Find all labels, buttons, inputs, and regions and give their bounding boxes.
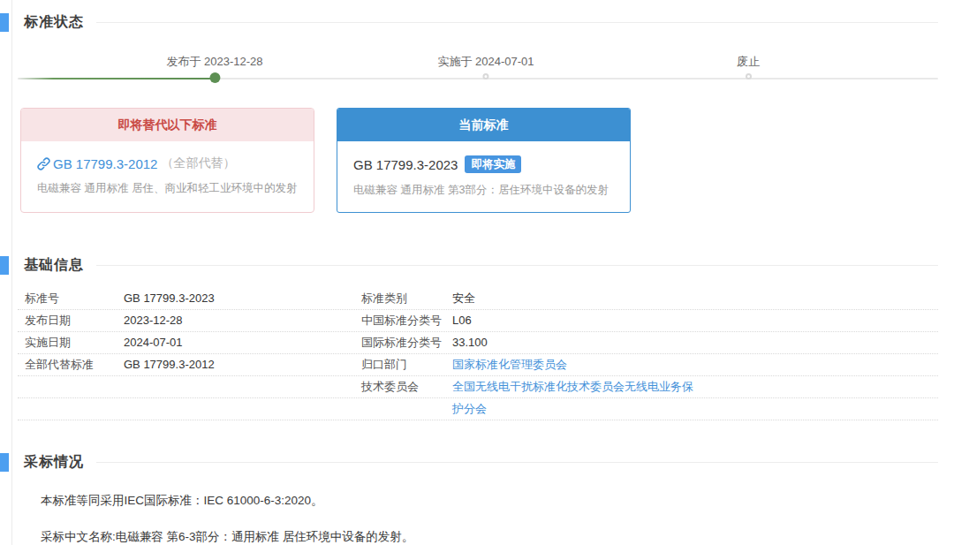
field-label: 归口部门 bbox=[361, 354, 452, 375]
section-title-adoption: 采标情况 bbox=[24, 453, 84, 472]
section-divider bbox=[96, 462, 938, 463]
field-label bbox=[361, 398, 452, 420]
field-label: 中国标准分类号 bbox=[361, 310, 452, 331]
table-row: 技术委员会 全国无线电干扰标准化技术委员会无线电业务保 bbox=[18, 376, 938, 398]
replaced-standard-description: 电磁兼容 通用标准 居住、商业和轻工业环境中的发射 bbox=[37, 181, 299, 196]
field-label bbox=[18, 376, 124, 397]
section-header-adoption: 采标情况 bbox=[0, 452, 954, 472]
section-accent-bar bbox=[0, 453, 9, 472]
status-badge: 即将实施 bbox=[465, 155, 521, 173]
timeline-dot-abolished bbox=[746, 73, 752, 79]
field-label: 全部代替标准 bbox=[18, 354, 124, 375]
chain-link-icon bbox=[37, 157, 50, 170]
page-left-border bbox=[11, 0, 12, 545]
section-divider bbox=[96, 265, 938, 266]
current-standard-card: 当前标准 GB 17799.3-2023 即将实施 电磁兼容 通用标准 第3部分… bbox=[337, 108, 631, 213]
timeline-node-published: 发布于 2023-12-28 bbox=[166, 55, 262, 83]
table-row: 标准号 GB 17799.3-2023 标准类别 安全 bbox=[18, 288, 938, 310]
field-value-empty bbox=[124, 376, 361, 397]
replace-scope-note: （全部代替） bbox=[161, 155, 235, 171]
basic-info-table: 标准号 GB 17799.3-2023 标准类别 安全 发布日期 2023-12… bbox=[18, 288, 938, 420]
field-value-replaced-standard: GB 17799.3-2012 bbox=[124, 354, 361, 375]
timeline-node-implemented: 实施于 2024-07-01 bbox=[437, 55, 534, 79]
timeline-label-published: 发布于 2023-12-28 bbox=[166, 55, 262, 69]
field-value-ics-code: 33.100 bbox=[452, 332, 938, 353]
replaced-standard-card: 即将替代以下标准 GB 17799.3-2012 （全部代替） 电磁兼容 通用标… bbox=[20, 108, 314, 213]
replaced-card-header: 即将替代以下标准 bbox=[21, 109, 314, 141]
table-row: 发布日期 2023-12-28 中国标准分类号 L06 bbox=[18, 310, 938, 332]
field-label: 标准类别 bbox=[361, 288, 452, 309]
field-label: 发布日期 bbox=[18, 310, 124, 331]
current-standard-description: 电磁兼容 通用标准 第3部分：居住环境中设备的发射 bbox=[353, 183, 616, 198]
standard-cards: 即将替代以下标准 GB 17799.3-2012 （全部代替） 电磁兼容 通用标… bbox=[20, 108, 954, 213]
field-value-standard-no: GB 17799.3-2023 bbox=[124, 288, 361, 309]
replaced-card-body: GB 17799.3-2012 （全部代替） 电磁兼容 通用标准 居住、商业和轻… bbox=[21, 141, 314, 196]
section-divider bbox=[96, 22, 938, 23]
field-label bbox=[18, 398, 124, 420]
adoption-chinese-name: 采标中文名称:电磁兼容 第6-3部分：通用标准 居住环境中设备的发射。 bbox=[41, 529, 938, 545]
status-timeline: 发布于 2023-12-28 实施于 2024-07-01 废止 bbox=[18, 55, 938, 95]
adoption-statement: 本标准等同采用IEC国际标准：IEC 61000-6-3:2020。 bbox=[41, 493, 938, 509]
authority-link[interactable]: 国家标准化管理委员会 bbox=[452, 358, 567, 371]
field-label: 实施日期 bbox=[18, 332, 124, 353]
section-header-basic: 基础信息 bbox=[0, 255, 954, 275]
field-value-empty bbox=[124, 398, 361, 420]
table-row: 实施日期 2024-07-01 国际标准分类号 33.100 bbox=[18, 332, 938, 354]
timeline-label-abolished: 废止 bbox=[737, 55, 760, 69]
field-label: 技术委员会 bbox=[361, 376, 452, 397]
replaced-standard-link[interactable]: GB 17799.3-2012 bbox=[53, 156, 157, 171]
timeline-dot-published bbox=[209, 72, 220, 83]
table-row: 全部代替标准 GB 17799.3-2012 归口部门 国家标准化管理委员会 bbox=[18, 354, 938, 376]
field-value-ccs-code: L06 bbox=[452, 310, 938, 331]
field-value-category: 安全 bbox=[452, 288, 938, 309]
timeline-dot-implemented bbox=[483, 73, 489, 79]
standard-detail-page: 标准状态 发布于 2023-12-28 实施于 2024-07-01 废止 即将… bbox=[0, 0, 954, 545]
field-label: 国际标准分类号 bbox=[361, 332, 452, 353]
section-title-status: 标准状态 bbox=[24, 13, 84, 32]
current-card-header: 当前标准 bbox=[337, 109, 630, 141]
current-card-body: GB 17799.3-2023 即将实施 电磁兼容 通用标准 第3部分：居住环境… bbox=[337, 141, 630, 198]
timeline-node-abolished: 废止 bbox=[737, 55, 760, 79]
technical-committee-link-wrap[interactable]: 护分会 bbox=[452, 402, 487, 415]
section-accent-bar bbox=[0, 13, 9, 32]
table-row: 护分会 bbox=[18, 398, 938, 420]
technical-committee-link[interactable]: 全国无线电干扰标准化技术委员会无线电业务保 bbox=[452, 380, 693, 393]
section-title-basic: 基础信息 bbox=[24, 256, 84, 275]
field-label: 标准号 bbox=[18, 288, 124, 309]
timeline-label-implemented: 实施于 2024-07-01 bbox=[437, 55, 534, 69]
field-value-publish-date: 2023-12-28 bbox=[124, 310, 361, 331]
current-standard-code: GB 17799.3-2023 bbox=[353, 157, 458, 172]
section-accent-bar bbox=[0, 256, 9, 275]
field-value-implement-date: 2024-07-01 bbox=[124, 332, 361, 353]
section-header-status: 标准状态 bbox=[0, 12, 954, 32]
